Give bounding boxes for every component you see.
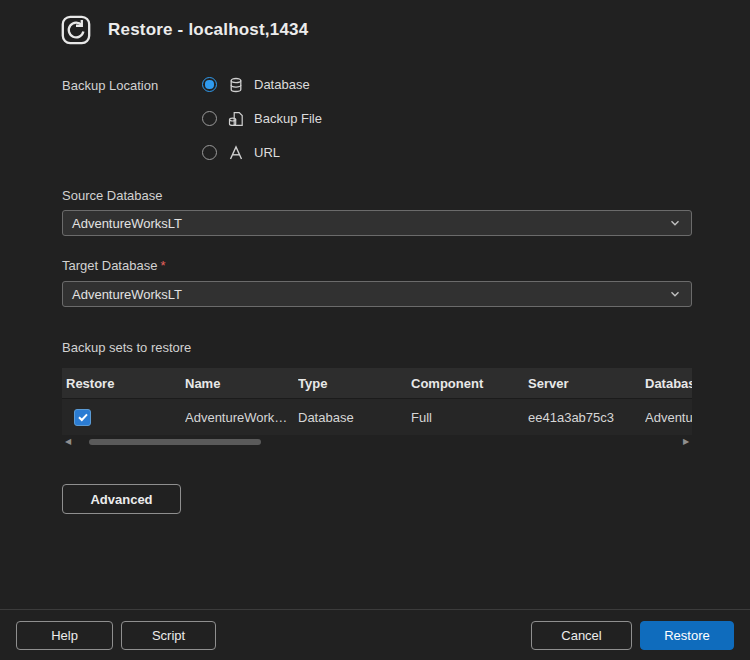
table-header-row: Restore Name Type Component Server Datab…: [62, 368, 692, 398]
target-database-select[interactable]: AdventureWorksLT: [62, 281, 692, 307]
radio-label: URL: [254, 145, 280, 160]
restore-button[interactable]: Restore: [640, 621, 734, 650]
scrollbar-thumb[interactable]: [89, 439, 261, 445]
cell-component: Full: [411, 410, 528, 425]
backup-location-label: Backup Location: [62, 78, 158, 93]
dialog-footer: Help Script Cancel Restore: [0, 609, 750, 660]
source-database-value: AdventureWorksLT: [72, 216, 182, 231]
cancel-button[interactable]: Cancel: [531, 621, 632, 650]
column-header-database[interactable]: Database: [645, 376, 692, 391]
script-button[interactable]: Script: [121, 621, 216, 650]
target-database-label-text: Target Database: [62, 258, 157, 273]
column-header-server[interactable]: Server: [528, 376, 645, 391]
cell-name: AdventureWorksLT: [185, 410, 298, 425]
target-database-value: AdventureWorksLT: [72, 287, 182, 302]
cell-server: ee41a3ab75c3: [528, 410, 645, 425]
cell-type: Database: [298, 410, 411, 425]
dialog-header: Restore - localhost,1434: [57, 11, 308, 49]
source-database-label: Source Database: [62, 188, 162, 203]
required-marker: *: [160, 258, 165, 273]
radio-button-backup-file[interactable]: [202, 111, 217, 126]
url-icon: [227, 145, 244, 161]
column-header-name[interactable]: Name: [185, 376, 298, 391]
scrollbar-track[interactable]: [75, 438, 679, 446]
backup-sets-table: Restore Name Type Component Server Datab…: [62, 368, 692, 435]
column-header-type[interactable]: Type: [298, 376, 411, 391]
table-row[interactable]: AdventureWorksLT Database Full ee41a3ab7…: [62, 398, 692, 435]
radio-button-database[interactable]: [202, 77, 217, 92]
column-header-component[interactable]: Component: [411, 376, 528, 391]
source-database-select[interactable]: AdventureWorksLT: [62, 210, 692, 236]
help-button[interactable]: Help: [16, 621, 113, 650]
chevron-down-icon: [668, 216, 682, 230]
radio-option-database[interactable]: Database: [202, 72, 322, 97]
horizontal-scrollbar[interactable]: ◀ ▶: [62, 436, 692, 448]
advanced-button[interactable]: Advanced: [62, 484, 181, 514]
restore-icon: [57, 11, 95, 49]
database-icon: [227, 77, 244, 93]
chevron-down-icon: [668, 287, 682, 301]
scroll-left-icon[interactable]: ◀: [62, 436, 74, 448]
dialog-title: Restore - localhost,1434: [108, 20, 308, 40]
radio-button-url[interactable]: [202, 145, 217, 160]
radio-option-url[interactable]: URL: [202, 140, 322, 165]
column-header-restore[interactable]: Restore: [62, 376, 185, 391]
radio-label: Database: [254, 77, 310, 92]
radio-option-backup-file[interactable]: Backup File: [202, 106, 322, 131]
scroll-right-icon[interactable]: ▶: [680, 436, 692, 448]
backup-file-icon: [227, 111, 244, 127]
cell-database: AdventureWorksLT: [645, 410, 692, 425]
target-database-label: Target Database*: [62, 258, 165, 273]
restore-dialog: Restore - localhost,1434 Backup Location…: [0, 0, 750, 660]
backup-location-radio-group: Database Backup File URL: [202, 72, 322, 165]
backup-sets-label: Backup sets to restore: [62, 340, 191, 355]
radio-label: Backup File: [254, 111, 322, 126]
restore-checkbox[interactable]: [74, 409, 91, 426]
